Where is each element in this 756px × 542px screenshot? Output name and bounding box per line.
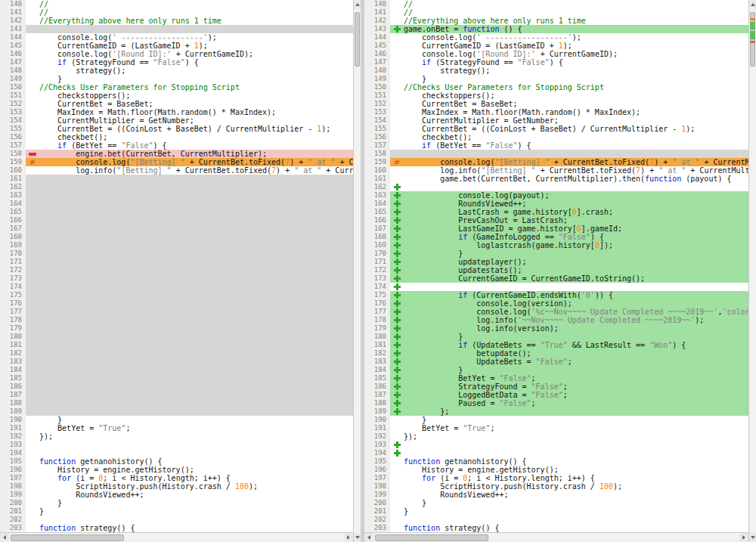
diff-added-icon — [394, 259, 401, 265]
code-line: 149 } — [0, 75, 353, 83]
code-line: 189 — [0, 407, 353, 416]
code-line: 160 log.info("[Betting] " + CurrentBet.t… — [0, 166, 353, 175]
diff-icon-margin — [390, 75, 404, 83]
code-line: 161 — [0, 175, 353, 183]
code-text: RoundsViewed++; — [404, 491, 748, 499]
diff-icon-margin — [390, 208, 404, 216]
line-number: 194 — [364, 449, 390, 457]
diff-icon-margin — [390, 283, 404, 291]
line-number: 147 — [0, 58, 26, 67]
diff-nav-mark[interactable] — [750, 31, 755, 39]
diff-icon-margin — [390, 8, 404, 17]
line-number: 170 — [364, 249, 390, 258]
code-line: 177 console.log('%c~~Nov~~~~ Update Comp… — [364, 308, 748, 316]
diff-icon-margin — [26, 308, 39, 316]
code-line: 187 — [0, 391, 353, 399]
code-text: }); — [39, 432, 353, 441]
code-line: 144 console.log(' ------------------'); — [0, 33, 353, 42]
line-number: 178 — [364, 316, 390, 324]
code-line: 156 checkbet(); — [0, 133, 353, 141]
diff-icon-margin — [390, 175, 404, 183]
code-text — [39, 274, 353, 283]
left-scroll-left-button[interactable] — [0, 533, 9, 542]
right-scroll-left-button[interactable] — [364, 533, 373, 542]
code-line: 145 CurrentGameID = (LastGameID + 1); — [364, 42, 748, 50]
diff-icon-margin — [26, 17, 39, 25]
diff-icon-margin — [390, 216, 404, 225]
code-text: UpdateBets = "False"; — [404, 358, 748, 366]
right-scroll-right-button[interactable] — [739, 533, 748, 542]
code-text: updateplayer(); — [404, 258, 748, 266]
right-hscroll-thumb[interactable] — [375, 534, 488, 541]
right-vertical-scrollbar[interactable] — [748, 0, 756, 542]
diff-icon-margin — [26, 399, 39, 407]
code-line: 157 if (BetYet == "False") { — [0, 141, 353, 150]
code-text: History = engine.getHistory(); — [39, 466, 353, 474]
left-horizontal-scrollbar[interactable] — [0, 532, 353, 542]
diff-icon-margin — [26, 474, 39, 482]
code-line: 151 checkstoppers(); — [0, 91, 353, 100]
diff-added-icon — [394, 358, 401, 365]
left-vertical-scrollbar[interactable] — [353, 0, 361, 542]
code-line: 162 — [364, 183, 748, 191]
code-text: Paused = "False"; — [404, 399, 748, 407]
diff-icon-margin — [390, 33, 404, 42]
diff-icon-margin — [26, 100, 39, 108]
diff-icon-margin — [26, 191, 39, 200]
code-text: engine.bet(CurrentBet, CurrentMultiplier… — [39, 150, 353, 158]
left-vscroll-thumb[interactable] — [355, 12, 360, 67]
diff-nav-mark[interactable] — [750, 41, 755, 43]
left-editor-pane[interactable]: 140//141//142//Everything above here onl… — [0, 0, 353, 532]
diff-added-icon — [394, 242, 401, 249]
code-line: 153 MaxIndex = Math.floor(Math.random() … — [364, 108, 748, 116]
line-number: 174 — [364, 283, 390, 291]
line-number: 168 — [364, 233, 390, 241]
code-line: 189 }; — [364, 407, 748, 416]
line-number: 171 — [0, 258, 26, 266]
line-number: 154 — [0, 116, 26, 125]
code-text: CurrentBet = BaseBet; — [404, 100, 748, 108]
code-line: 188 — [0, 399, 353, 407]
line-number: 180 — [364, 333, 390, 341]
line-number: 198 — [0, 482, 26, 491]
code-text: loglastcrash(game.history[0]); — [404, 241, 748, 249]
right-scroll-down-button[interactable] — [749, 533, 756, 542]
code-text: BetYet = "True"; — [39, 424, 353, 432]
code-text: } — [39, 75, 353, 83]
code-line: 178 log.info('~~Nov~~~~ Update Completed… — [364, 316, 748, 324]
diff-added-icon — [394, 200, 401, 207]
code-line: 159 console.log("[Betting] " + CurrentBe… — [364, 158, 748, 166]
code-line: 196 History = engine.getHistory(); — [0, 466, 353, 474]
code-line: 195function getnanohistory() { — [364, 457, 748, 466]
right-scroll-up-button[interactable] — [749, 0, 756, 9]
code-text: if (BetYet == "False") { — [39, 141, 353, 150]
diff-icon-margin — [390, 466, 404, 474]
diff-nav-mark[interactable] — [750, 18, 755, 20]
code-text — [39, 299, 353, 308]
diff-icon-margin — [26, 108, 39, 116]
code-line: 180 — [0, 333, 353, 341]
left-scroll-up-button[interactable] — [354, 0, 361, 9]
left-scroll-right-button[interactable] — [344, 533, 353, 542]
diff-icon-margin — [26, 491, 39, 499]
right-horizontal-scrollbar[interactable] — [364, 532, 748, 542]
code-line: 185 — [0, 374, 353, 382]
line-number: 161 — [0, 175, 26, 183]
code-line: 200 } — [0, 499, 353, 507]
left-hscroll-thumb[interactable] — [11, 534, 124, 541]
code-text: // — [39, 8, 353, 17]
diff-icon-margin — [390, 225, 404, 233]
diff-icon-margin — [26, 175, 39, 183]
code-text — [404, 183, 748, 191]
code-text: } — [39, 507, 353, 516]
code-line: 198 ScriptHistory.push(History.crash / 1… — [364, 482, 748, 491]
diff-changed-icon — [395, 159, 400, 166]
code-line: 203function strategy() { — [364, 524, 748, 532]
left-scroll-down-button[interactable] — [354, 533, 361, 542]
diff-nav-mark[interactable] — [750, 22, 755, 29]
right-editor-pane[interactable]: 140//141//142//Everything above here onl… — [364, 0, 748, 532]
code-text: CurrentBet = BaseBet; — [39, 100, 353, 108]
code-line: 188 Paused = "False"; — [364, 399, 748, 407]
line-number: 149 — [364, 75, 390, 83]
line-number: 164 — [0, 200, 26, 208]
